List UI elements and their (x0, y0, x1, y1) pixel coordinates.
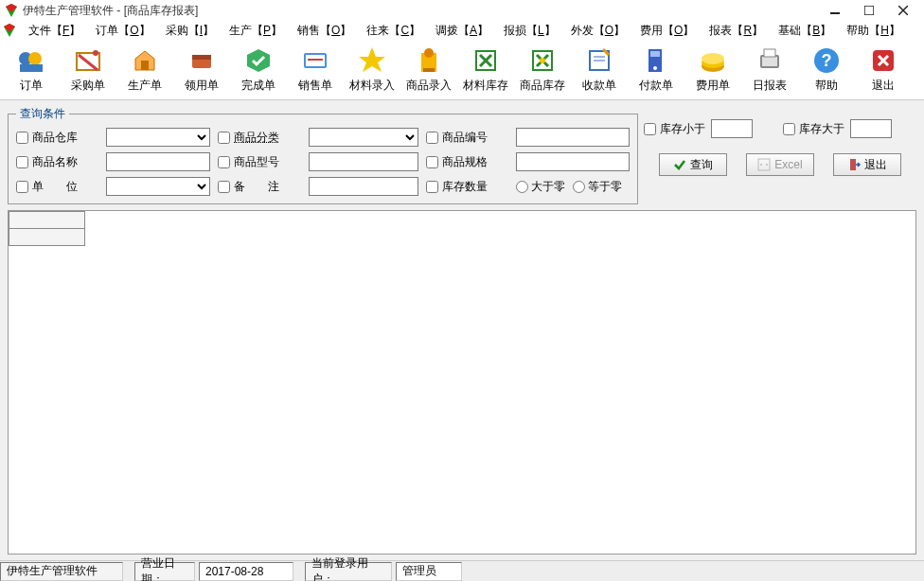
tool-requisition[interactable]: 领用单 (176, 45, 227, 94)
model-input[interactable] (309, 152, 418, 171)
remark-input[interactable] (309, 177, 418, 196)
titlebar: 伊特生产管理软件 - [商品库存报表] (0, 0, 924, 21)
menu-production[interactable]: 生产【P】 (223, 23, 288, 39)
status-user-label: 当前登录用户： (305, 562, 392, 581)
gt-zero-radio[interactable]: 大于零 (516, 179, 565, 195)
tool-goods-entry[interactable]: 商品录入 (403, 45, 454, 94)
category-select[interactable] (309, 128, 418, 147)
unit-check[interactable]: 单 位 (16, 179, 98, 195)
goods-stock-icon (527, 45, 558, 76)
requisition-icon (187, 45, 217, 76)
svg-point-16 (424, 48, 434, 58)
svg-rect-11 (192, 55, 211, 60)
remark-check[interactable]: 备 注 (218, 179, 300, 195)
menu-help[interactable]: 帮助【H】 (841, 23, 906, 39)
svg-rect-31 (762, 57, 777, 66)
tool-help[interactable]: ?帮助 (801, 45, 852, 94)
status-app: 伊特生产管理软件 (0, 562, 123, 581)
table-row (9, 212, 85, 229)
menu-contacts[interactable]: 往来【C】 (361, 23, 426, 39)
minimize-button[interactable] (818, 0, 852, 21)
production-icon (130, 45, 160, 76)
side-filters: 库存小于 库存大于 (644, 106, 901, 138)
menu-order[interactable]: 订单【O】 (90, 23, 155, 39)
menu-loss[interactable]: 报损【L】 (498, 23, 561, 39)
purchase-icon (73, 45, 103, 76)
spec-input[interactable] (516, 152, 630, 171)
tool-receipt[interactable]: 收款单 (574, 45, 625, 94)
material-stock-icon (471, 45, 501, 76)
svg-point-38 (766, 164, 768, 166)
window-title: 伊特生产管理软件 - [商品库存报表] (23, 3, 818, 19)
menu-sales[interactable]: 销售【O】 (292, 23, 357, 39)
svg-text:?: ? (822, 51, 832, 70)
maximize-button[interactable] (852, 0, 886, 21)
query-button[interactable]: 查询 (659, 153, 727, 176)
app-icon (4, 3, 19, 18)
name-check[interactable]: 商品名称 (16, 154, 98, 170)
tool-goods-stock[interactable]: 商品库存 (517, 45, 568, 94)
svg-point-20 (540, 58, 545, 63)
tool-material-stock[interactable]: 材料库存 (460, 45, 511, 94)
svg-rect-17 (423, 68, 435, 72)
tool-material-entry[interactable]: 材料录入 (346, 45, 398, 94)
menu-cost[interactable]: 费用【O】 (634, 23, 700, 39)
content-area: 查询条件 商品仓库 商品分类 商品编号 商品名称 商品型号 商品规格 (0, 100, 924, 560)
svg-rect-1 (864, 6, 874, 15)
check-icon (673, 158, 686, 171)
status-user-value: 管理员 (396, 562, 462, 581)
statusbar: 伊特生产管理软件 营业日期： 2017-08-28 当前登录用户： 管理员 (0, 560, 924, 581)
menu-outsource[interactable]: 外发【O】 (565, 23, 631, 39)
tool-expense[interactable]: 费用单 (687, 45, 738, 94)
material-entry-icon (357, 45, 387, 76)
spec-check[interactable]: 商品规格 (426, 154, 508, 170)
menu-report[interactable]: 报表【R】 (703, 23, 769, 39)
menu-transfer[interactable]: 调拨【A】 (430, 23, 494, 39)
menu-file[interactable]: 文件【F】 (23, 23, 86, 39)
exit-icon (868, 45, 898, 76)
svg-rect-25 (650, 51, 660, 57)
tool-complete[interactable]: 完成单 (233, 45, 284, 94)
category-check[interactable]: 商品分类 (218, 130, 300, 146)
stock-qty-check[interactable]: 库存数量 (426, 179, 508, 195)
warehouse-select[interactable] (106, 128, 210, 147)
stock-gt-check[interactable]: 库存大于 (783, 121, 844, 137)
stock-lt-check[interactable]: 库存小于 (644, 121, 705, 137)
warehouse-check[interactable]: 商品仓库 (16, 130, 98, 146)
svg-rect-0 (830, 12, 840, 14)
menu-base[interactable]: 基础【B】 (773, 23, 837, 39)
tool-production[interactable]: 生产单 (119, 45, 170, 94)
close-button[interactable] (886, 0, 920, 21)
tool-payment[interactable]: 付款单 (631, 45, 682, 94)
door-icon (847, 158, 861, 171)
name-input[interactable] (106, 152, 210, 171)
exit-button[interactable]: 退出 (833, 153, 901, 176)
results-grid[interactable] (8, 210, 916, 555)
code-check[interactable]: 商品编号 (426, 130, 508, 146)
complete-icon (243, 45, 274, 76)
menubar: 文件【F】 订单【O】 采购【I】 生产【P】 销售【O】 往来【C】 调拨【A… (0, 21, 924, 40)
excel-button[interactable]: Excel (746, 153, 814, 176)
svg-rect-6 (20, 64, 43, 72)
daily-icon (755, 45, 785, 76)
toolbar: 订单 采购单 生产单 领用单 完成单 销售单 材料录入 商品录入 材料库存 商品… (0, 40, 924, 100)
tool-daily[interactable]: 日报表 (744, 45, 795, 94)
model-check[interactable]: 商品型号 (218, 154, 300, 170)
code-input[interactable] (516, 128, 630, 147)
tool-order[interactable]: 订单 (6, 45, 57, 94)
tool-sales[interactable]: 销售单 (290, 45, 341, 94)
tool-purchase[interactable]: 采购单 (62, 45, 114, 94)
svg-point-29 (702, 53, 724, 64)
expense-icon (698, 45, 728, 76)
stock-lt-input[interactable] (711, 119, 753, 138)
stock-qty-radios: 大于零 等于零 (516, 179, 630, 195)
eq-zero-radio[interactable]: 等于零 (573, 179, 622, 195)
tool-exit[interactable]: 退出 (858, 45, 909, 94)
svg-rect-14 (308, 59, 323, 61)
menu-purchase[interactable]: 采购【I】 (160, 23, 220, 39)
unit-select[interactable] (106, 177, 210, 196)
stock-gt-input[interactable] (850, 119, 892, 138)
svg-rect-36 (758, 159, 770, 170)
sales-icon (300, 45, 330, 76)
svg-point-26 (653, 66, 657, 70)
